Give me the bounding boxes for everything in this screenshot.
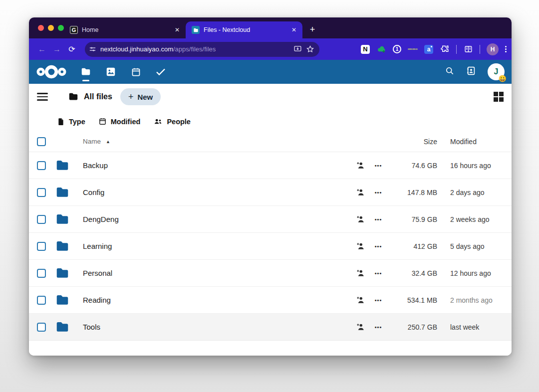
translate-extension-icon[interactable]: a <box>424 45 433 54</box>
row-checkbox[interactable] <box>37 161 46 170</box>
browser-menu-icon[interactable] <box>505 46 507 52</box>
zoom-window-button[interactable] <box>58 25 64 31</box>
folder-icon <box>54 185 83 200</box>
row-checkbox[interactable] <box>37 323 46 332</box>
more-actions-icon[interactable]: ••• <box>369 270 387 276</box>
row-checkbox[interactable] <box>37 215 46 224</box>
more-actions-icon[interactable]: ••• <box>369 163 387 169</box>
file-row[interactable]: Reading ••• 534.1 MB 2 months ago <box>29 287 512 314</box>
toolbar-divider <box>480 45 480 54</box>
more-actions-icon[interactable]: ••• <box>369 243 387 249</box>
desktop-background: G Home ✕ Files - Nextcloud ✕ + ← → ⟳ <box>0 0 539 392</box>
browser-profile-avatar[interactable]: H <box>487 43 499 55</box>
list-lines-extension-icon[interactable] <box>408 44 418 54</box>
new-button[interactable]: + New <box>120 88 161 105</box>
close-window-button[interactable] <box>38 25 44 31</box>
filter-modified[interactable]: Modified <box>98 117 141 126</box>
back-button[interactable]: ← <box>36 43 48 55</box>
share-icon[interactable] <box>351 295 369 305</box>
file-modified: 2 weeks ago <box>437 215 500 223</box>
onepassword-extension-icon[interactable]: 1 <box>393 45 401 53</box>
tab-home[interactable]: G Home ✕ <box>64 21 186 38</box>
nextcloud-logo[interactable] <box>36 63 67 80</box>
tasks-app-icon[interactable] <box>151 60 171 84</box>
close-tab-icon[interactable]: ✕ <box>290 26 297 33</box>
files-table-header: Name ▲ Size Modified <box>29 131 512 152</box>
close-tab-icon[interactable]: ✕ <box>174 26 181 33</box>
url-path: /apps/files/files <box>173 45 216 53</box>
file-modified: 5 days ago <box>437 242 500 250</box>
reload-button[interactable]: ⟳ <box>66 43 78 55</box>
contacts-icon[interactable] <box>466 65 477 78</box>
row-checkbox[interactable] <box>37 269 46 278</box>
filter-modified-label: Modified <box>111 118 141 126</box>
search-icon[interactable] <box>445 66 455 78</box>
file-row[interactable]: Config ••• 147.8 MB 2 days ago <box>29 179 512 206</box>
bookmark-star-icon[interactable] <box>306 45 314 53</box>
notion-extension-icon[interactable]: N <box>361 45 370 54</box>
row-checkbox[interactable] <box>37 188 46 197</box>
file-row[interactable]: DengDeng ••• 75.9 GB 2 weeks ago <box>29 206 512 233</box>
column-name[interactable]: Name ▲ <box>83 138 351 145</box>
more-actions-icon[interactable]: ••• <box>369 297 387 303</box>
share-icon[interactable] <box>351 188 369 197</box>
reading-list-icon[interactable] <box>463 44 473 54</box>
photos-app-icon[interactable] <box>101 60 121 84</box>
navigation-toggle-icon[interactable] <box>37 93 48 101</box>
grid-view-toggle-icon[interactable] <box>494 92 504 102</box>
file-modified: last week <box>437 323 500 331</box>
filter-type-label: Type <box>69 118 85 126</box>
file-size: 534.1 MB <box>387 296 437 304</box>
share-icon[interactable] <box>351 268 369 278</box>
file-name[interactable]: Personal <box>83 269 351 277</box>
site-settings-icon[interactable] <box>89 45 96 53</box>
file-row[interactable]: Backup ••• 74.6 GB 16 hours ago <box>29 152 512 179</box>
more-actions-icon[interactable]: ••• <box>369 190 387 196</box>
row-checkbox[interactable] <box>37 242 46 251</box>
file-row[interactable]: Personal ••• 32.4 GB 12 hours ago <box>29 260 512 287</box>
filter-people[interactable]: People <box>153 117 191 126</box>
file-row[interactable]: Tools ••• 250.7 GB last week <box>29 314 512 341</box>
filter-people-label: People <box>167 118 191 126</box>
file-name[interactable]: Config <box>83 188 351 196</box>
file-row[interactable]: Learning ••• 412 GB 5 days ago <box>29 233 512 260</box>
url-bar[interactable]: nextcloud.jinhuaiyao.com/apps/files/file… <box>85 42 319 57</box>
install-app-icon[interactable] <box>293 45 302 53</box>
calendar-app-icon[interactable] <box>126 60 146 84</box>
new-tab-button[interactable]: + <box>305 22 319 36</box>
window-controls <box>38 25 64 31</box>
share-icon[interactable] <box>351 322 369 332</box>
more-actions-icon[interactable]: ••• <box>369 216 387 222</box>
files-app-icon[interactable] <box>76 60 96 84</box>
people-icon <box>153 117 163 126</box>
more-actions-icon[interactable]: ••• <box>369 324 387 330</box>
file-name[interactable]: Tools <box>83 323 351 331</box>
select-all-checkbox[interactable] <box>37 137 46 146</box>
column-modified[interactable]: Modified <box>437 138 500 146</box>
breadcrumb-label: All files <box>84 92 112 101</box>
file-name[interactable]: DengDeng <box>83 215 351 223</box>
file-size: 74.6 GB <box>387 162 437 170</box>
home-favicon: G <box>70 26 78 34</box>
file-name[interactable]: Backup <box>83 161 351 170</box>
file-size: 250.7 GB <box>387 323 437 331</box>
share-icon[interactable] <box>351 214 369 224</box>
forward-button[interactable]: → <box>51 43 63 55</box>
tab-label: Files - Nextcloud <box>204 26 286 33</box>
row-checkbox[interactable] <box>37 296 46 305</box>
breadcrumb[interactable]: All files <box>68 91 112 102</box>
share-icon[interactable] <box>351 241 369 251</box>
tab-label: Home <box>82 26 170 33</box>
minimize-window-button[interactable] <box>48 25 54 31</box>
filter-type[interactable]: Type <box>57 118 85 126</box>
column-size[interactable]: Size <box>387 138 437 146</box>
cloud-sync-extension-icon[interactable] <box>376 44 386 54</box>
extensions-puzzle-icon[interactable] <box>440 44 450 54</box>
active-app-indicator <box>82 80 89 81</box>
share-icon[interactable] <box>351 161 369 170</box>
tab-files-nextcloud[interactable]: Files - Nextcloud ✕ <box>186 21 302 38</box>
file-name[interactable]: Learning <box>83 242 351 250</box>
file-name[interactable]: Reading <box>83 296 351 304</box>
file-modified: 16 hours ago <box>437 162 500 170</box>
user-avatar[interactable]: J 😀 <box>488 63 505 80</box>
